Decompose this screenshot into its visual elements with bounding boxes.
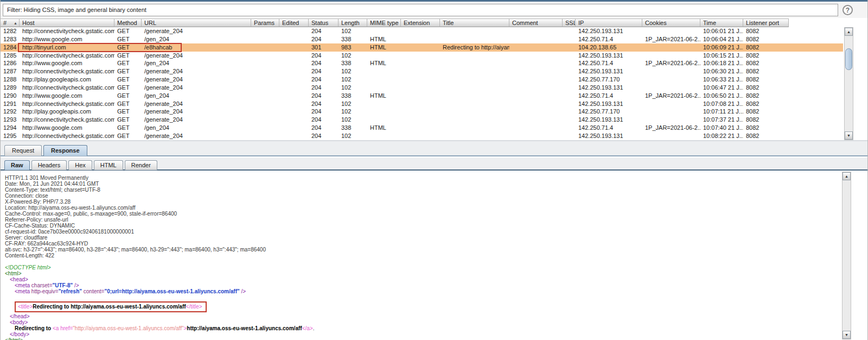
cell-url: /e8hahcab [142, 43, 251, 52]
table-row[interactable]: 1288http://play.googleapis.comGET/genera… [1, 75, 843, 84]
table-row[interactable]: 1287http://connectivitycheck.gstatic.com… [1, 67, 843, 75]
table-row[interactable]: 1294http://www.google.comGET/gen_2042043… [1, 124, 843, 132]
cell-num: 1286 [1, 59, 20, 67]
cell-params [251, 116, 279, 124]
scroll-up-button[interactable]: ▲ [843, 172, 851, 180]
cell-params [251, 92, 279, 100]
cell-time: 10:07:37 21 J... [700, 116, 743, 124]
table-row[interactable]: 1282http://connectivitycheck.gstatic.com… [1, 27, 843, 35]
cell-cookies: 1P_JAR=2021-06-2... [642, 92, 700, 100]
cell-length: 102 [339, 75, 367, 84]
cell-title [440, 67, 509, 75]
column-header-host[interactable]: Host [20, 18, 114, 27]
cell-status: 204 [309, 92, 339, 100]
table-row[interactable]: 1295http://connectivitycheck.gstatic.com… [1, 132, 843, 140]
column-header-ip[interactable]: IP [576, 18, 642, 27]
cell-host: http://www.google.com [20, 124, 114, 132]
cell-listener-port: 8082 [743, 75, 789, 84]
cell-ssl [563, 132, 576, 140]
scroll-down-button[interactable]: ▼ [845, 131, 853, 140]
sort-ascending-icon: ▲ [14, 21, 17, 26]
cell-status: 204 [309, 100, 339, 108]
cell-host: http://connectivitycheck.gstatic.com [20, 52, 114, 60]
cell-title [440, 92, 509, 100]
cell-ssl [563, 52, 576, 60]
column-header-url[interactable]: URL [142, 18, 251, 27]
table-row[interactable]: 1286http://www.google.comGET/gen_2042043… [1, 59, 843, 67]
column-header-label: Host [22, 20, 35, 26]
column-header-edited[interactable]: Edited [279, 18, 309, 27]
cell-params [251, 100, 279, 108]
scroll-down-button[interactable]: ▼ [843, 331, 851, 339]
column-header-extension[interactable]: Extension [401, 18, 440, 27]
table-row[interactable]: 1283http://www.google.comGET/gen_2042043… [1, 35, 843, 43]
history-table: 1282http://connectivitycheck.gstatic.com… [1, 27, 843, 140]
column-header-title[interactable]: Title [440, 18, 509, 27]
cell-method: GET [114, 124, 142, 132]
response-line: Redirecting to <a href="http://aiyama.os… [5, 325, 842, 331]
cell-edited [279, 43, 309, 52]
cell-mime-type [367, 67, 401, 75]
cell-length: 102 [339, 67, 367, 75]
cell-status: 204 [309, 75, 339, 84]
column-header-label: Cookies [645, 20, 667, 26]
help-icon[interactable]: ? [843, 5, 853, 15]
response-raw-view[interactable]: HTTP/1.1 301 Moved PermanentlyDate: Mon,… [1, 172, 842, 340]
scrollbar-thumb[interactable] [845, 48, 852, 70]
filter-summary-bar[interactable]: Filter: Hiding CSS, image and general bi… [3, 4, 838, 16]
cell-cookies [642, 27, 700, 35]
response-line: HTTP/1.1 301 Moved Permanently [5, 175, 842, 181]
table-row[interactable]: 1292http://play.googleapis.comGET/genera… [1, 108, 843, 116]
cell-method: GET [114, 52, 142, 60]
column-header-params[interactable]: Params [251, 18, 279, 27]
cell-time: 10:06:09 21 J... [700, 43, 743, 52]
table-row[interactable]: 1291http://connectivitycheck.gstatic.com… [1, 100, 843, 108]
column-header-num[interactable]: #▲ [1, 18, 20, 27]
response-line: Content-Type: text/html; charset=UTF-8 [5, 187, 842, 193]
table-row[interactable]: 1290http://www.google.comGET/gen_2042043… [1, 92, 843, 100]
tab-request[interactable]: Request [4, 145, 42, 156]
response-vertical-scrollbar[interactable]: ▲ ▼ [842, 172, 851, 339]
response-line: CF-Cache-Status: DYNAMIC [5, 223, 842, 229]
scroll-up-button[interactable]: ▲ [845, 28, 853, 36]
column-header-cookies[interactable]: Cookies [642, 18, 700, 27]
cell-time: 10:07:11 21 J... [700, 108, 743, 116]
column-header-length[interactable]: Length [339, 18, 367, 27]
cell-ip: 142.250.77.170 [576, 75, 642, 84]
cell-status: 204 [309, 35, 339, 43]
cell-time: 10:08:22 21 J... [700, 132, 743, 140]
cell-extension [401, 75, 440, 84]
cell-time: 10:06:47 21 J... [700, 84, 743, 92]
column-header-method[interactable]: Method [114, 18, 142, 27]
column-header-ssl[interactable]: SSL [563, 18, 576, 27]
column-header-comment[interactable]: Comment [509, 18, 563, 27]
tab-headers[interactable]: Headers [31, 160, 67, 170]
table-row[interactable]: 1285http://connectivitycheck.gstatic.com… [1, 52, 843, 60]
cell-ip: 104.20.138.65 [576, 43, 642, 52]
column-header-status[interactable]: Status [309, 18, 339, 27]
tab-response[interactable]: Response [43, 145, 87, 156]
column-header-time[interactable]: Time [700, 18, 743, 27]
cell-extension [401, 35, 440, 43]
cell-length: 102 [339, 116, 367, 124]
table-vertical-scrollbar[interactable]: ▲ ▼ [844, 27, 853, 140]
cell-mime-type [367, 52, 401, 60]
column-header-listener-port[interactable]: Listener port [743, 18, 789, 27]
table-row[interactable]: 1289http://connectivitycheck.gstatic.com… [1, 84, 843, 92]
tab-hex[interactable]: Hex [68, 160, 92, 170]
cell-status: 301 [309, 43, 339, 52]
tab-render[interactable]: Render [125, 160, 157, 170]
cell-mime-type [367, 84, 401, 92]
response-line: Referrer-Policy: unsafe-url [5, 217, 842, 223]
table-row[interactable]: 1284http://tinyurl.comGET/e8hahcab301983… [1, 43, 843, 52]
cell-params [251, 75, 279, 84]
cell-extension [401, 124, 440, 132]
tab-raw[interactable]: Raw [4, 160, 30, 170]
cell-time: 10:07:40 21 J... [700, 124, 743, 132]
cell-listener-port: 8082 [743, 100, 789, 108]
tab-html[interactable]: HTML [94, 160, 123, 170]
column-header-mime-type[interactable]: MIME type [367, 18, 401, 27]
cell-params [251, 132, 279, 140]
cell-host: http://www.google.com [20, 35, 114, 43]
table-row[interactable]: 1293http://connectivitycheck.gstatic.com… [1, 116, 843, 124]
